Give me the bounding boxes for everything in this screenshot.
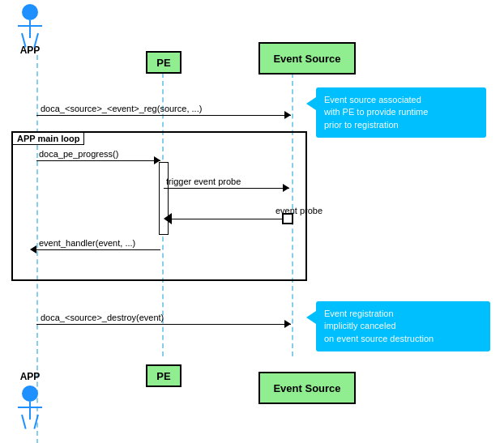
msg2-line — [36, 160, 160, 161]
msg4-arrow — [164, 213, 172, 224]
pe-label-bottom: PE — [156, 370, 170, 382]
msg5-arrow — [30, 245, 36, 253]
msg4-line — [169, 219, 290, 219]
sequence-diagram: APP PE Event Source doca_<source>_<event… — [0, 0, 504, 443]
eventsource-label-top: Event Source — [273, 53, 340, 65]
note1: Event source associated with PE to provi… — [316, 87, 486, 138]
actor-leg-right-bottom — [21, 415, 27, 429]
msg6-line — [36, 324, 291, 325]
msg1-line — [36, 115, 291, 116]
note1-text: Event source associated with PE to provi… — [324, 95, 428, 130]
msg3-arrow — [283, 184, 289, 192]
eventsource-box-bottom: Event Source — [258, 372, 356, 404]
actor-head-bottom — [22, 385, 38, 402]
msg3-label: trigger event probe — [166, 177, 241, 186]
msg4-label: event probe — [275, 206, 322, 215]
pe-box-bottom: PE — [146, 364, 182, 387]
actor-app-top-label: APP — [20, 45, 41, 56]
msg1-label: doca_<source>_<event>_reg(source, ...) — [41, 104, 202, 113]
msg1-arrow — [284, 111, 291, 119]
actor-app-top: APP — [18, 4, 42, 56]
eventsource-label-bottom: Event Source — [273, 382, 340, 394]
note2-text: Event registration implicitly canceled o… — [324, 309, 434, 343]
pe-label-top: PE — [156, 57, 170, 69]
msg3-line — [164, 188, 289, 189]
actor-app-bottom: APP — [18, 371, 42, 421]
actor-body-bottom — [29, 402, 31, 420]
actor-app-bottom-label: APP — [20, 371, 41, 382]
pe-box-top: PE — [146, 51, 182, 74]
msg2-label: doca_pe_progress() — [39, 149, 118, 159]
msg5-line — [36, 249, 160, 250]
msg6-arrow — [284, 320, 291, 328]
actor-body — [29, 20, 31, 38]
msg6-label: doca_<source>_destroy(event) — [41, 313, 164, 322]
actor-arms — [18, 25, 42, 27]
msg5-label: event_handler(event, ...) — [39, 238, 135, 248]
actor-arms-bottom — [18, 407, 42, 408]
note2: Event registration implicitly canceled o… — [316, 301, 490, 351]
loop-label: APP main loop — [12, 132, 84, 145]
eventsource-box-top: Event Source — [258, 42, 356, 75]
actor-head — [22, 4, 38, 20]
